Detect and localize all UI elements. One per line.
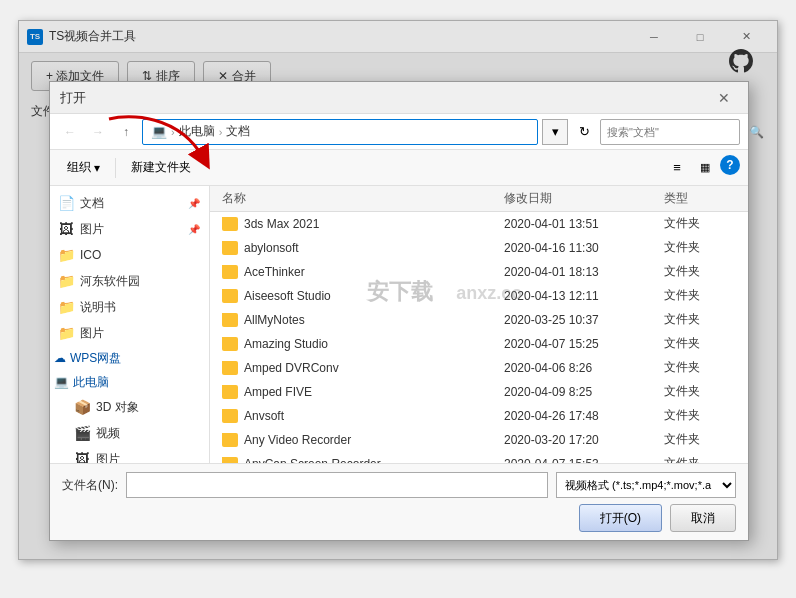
address-bar[interactable]: 💻 › 此电脑 › 文档: [142, 119, 538, 145]
file-name-cell: AllMyNotes: [218, 313, 500, 327]
file-type-cell: 文件夹: [660, 383, 740, 400]
folder-icon: [222, 457, 238, 464]
folder-icon: [222, 217, 238, 231]
table-row[interactable]: AllMyNotes 2020-03-25 10:37 文件夹: [210, 308, 748, 332]
address-dropdown-button[interactable]: ▾: [542, 119, 568, 145]
dialog-actions: 打开(O) 取消: [62, 504, 736, 532]
dialog-close-button[interactable]: ✕: [710, 85, 738, 111]
file-type-cell: 文件夹: [660, 407, 740, 424]
search-box[interactable]: 🔍: [600, 119, 740, 145]
organize-button[interactable]: 组织 ▾: [58, 155, 109, 181]
sidebar-wps-header: ☁ WPS网盘: [50, 346, 209, 370]
folder-icon: [222, 385, 238, 399]
sidebar-item-pics2[interactable]: 📁 图片: [50, 320, 209, 346]
file-type-cell: 文件夹: [660, 263, 740, 280]
address-part1: 此电脑: [179, 123, 215, 140]
table-row[interactable]: Amped DVRConv 2020-04-06 8:26 文件夹: [210, 356, 748, 380]
dialog-toolbar: 组织 ▾ 新建文件夹 ≡ ▦ ?: [50, 150, 748, 186]
folder-icon: [222, 409, 238, 423]
hedong-icon: 📁: [58, 273, 74, 289]
table-row[interactable]: Anvsoft 2020-04-26 17:48 文件夹: [210, 404, 748, 428]
new-folder-button[interactable]: 新建文件夹: [122, 155, 200, 181]
img-icon: 🖼: [74, 451, 90, 463]
up-button[interactable]: ↑: [114, 120, 138, 144]
pics2-icon: 📁: [58, 325, 74, 341]
file-modified-cell: 2020-04-07 15:25: [500, 337, 660, 351]
filename-row: 文件名(N): 视频格式 (*.ts;*.mp4;*.mov;*.a: [62, 472, 736, 498]
forward-button[interactable]: →: [86, 120, 110, 144]
folder-icon: [222, 433, 238, 447]
help-button[interactable]: ?: [720, 155, 740, 175]
sidebar-item-documents[interactable]: 📄 文档 📌: [50, 190, 209, 216]
dialog-content: 📄 文档 📌 🖼 图片 📌 📁 ICO 📁 河东软件园: [50, 186, 748, 463]
sidebar-item-hedong[interactable]: 📁 河东软件园: [50, 268, 209, 294]
dialog-sidebar: 📄 文档 📌 🖼 图片 📌 📁 ICO 📁 河东软件园: [50, 186, 210, 463]
search-icon: 🔍: [749, 125, 764, 139]
open-button[interactable]: 打开(O): [579, 504, 662, 532]
file-modified-cell: 2020-04-01 13:51: [500, 217, 660, 231]
file-modified-cell: 2020-04-06 8:26: [500, 361, 660, 375]
file-modified-cell: 2020-04-13 12:11: [500, 289, 660, 303]
table-row[interactable]: 3ds Max 2021 2020-04-01 13:51 文件夹: [210, 212, 748, 236]
filename-input[interactable]: [126, 472, 548, 498]
col-name[interactable]: 名称: [218, 190, 500, 207]
table-row[interactable]: Any Video Recorder 2020-03-20 17:20 文件夹: [210, 428, 748, 452]
file-name-cell: AceThinker: [218, 265, 500, 279]
back-button[interactable]: ←: [58, 120, 82, 144]
col-type[interactable]: 类型: [660, 190, 740, 207]
table-row[interactable]: AceThinker 2020-04-01 18:13 文件夹: [210, 260, 748, 284]
detail-view-button[interactable]: ≡: [664, 155, 690, 181]
file-modified-cell: 2020-04-01 18:13: [500, 265, 660, 279]
wps-icon: ☁: [54, 351, 66, 365]
file-type-cell: 文件夹: [660, 359, 740, 376]
file-rows-container: 3ds Max 2021 2020-04-01 13:51 文件夹 abylon…: [210, 212, 748, 463]
3d-icon: 📦: [74, 399, 90, 415]
refresh-button[interactable]: ↻: [572, 120, 596, 144]
file-modified-cell: 2020-04-26 17:48: [500, 409, 660, 423]
col-modified[interactable]: 修改日期: [500, 190, 660, 207]
sidebar-item-manual[interactable]: 📁 说明书: [50, 294, 209, 320]
folder-icon: [222, 265, 238, 279]
file-name-cell: Amazing Studio: [218, 337, 500, 351]
filename-label: 文件名(N):: [62, 477, 118, 494]
sidebar-item-img[interactable]: 🖼 图片: [50, 446, 209, 463]
dialog-bottom: 文件名(N): 视频格式 (*.ts;*.mp4;*.mov;*.a 打开(O)…: [50, 463, 748, 540]
cancel-button[interactable]: 取消: [670, 504, 736, 532]
sidebar-item-video[interactable]: 🎬 视频: [50, 420, 209, 446]
video-icon: 🎬: [74, 425, 90, 441]
table-row[interactable]: Aiseesoft Studio 2020-04-13 12:11 文件夹: [210, 284, 748, 308]
toolbar-separator: [115, 158, 116, 178]
open-dialog: 打开 ✕ ← → ↑ 💻 › 此电脑 › 文档 ▾ ↻ 🔍: [49, 81, 749, 541]
file-name-cell: Amped DVRConv: [218, 361, 500, 375]
file-name-cell: Anvsoft: [218, 409, 500, 423]
file-type-cell: 文件夹: [660, 239, 740, 256]
table-row[interactable]: Amped FIVE 2020-04-09 8:25 文件夹: [210, 380, 748, 404]
sidebar-item-ico[interactable]: 📁 ICO: [50, 242, 209, 268]
pc-icon: 💻: [54, 375, 69, 389]
table-row[interactable]: AnyCap Screen Recorder 2020-04-07 15:53 …: [210, 452, 748, 463]
table-row[interactable]: Amazing Studio 2020-04-07 15:25 文件夹: [210, 332, 748, 356]
dialog-title: 打开: [60, 89, 710, 107]
file-modified-cell: 2020-03-20 17:20: [500, 433, 660, 447]
dialog-filelist[interactable]: 名称 修改日期 类型 3ds Max 2021 2020-04-01 13:51…: [210, 186, 748, 463]
sidebar-item-3d[interactable]: 📦 3D 对象: [50, 394, 209, 420]
folder-icon: [222, 241, 238, 255]
dialog-titlebar: 打开 ✕: [50, 82, 748, 114]
grid-view-button[interactable]: ▦: [692, 155, 718, 181]
file-modified-cell: 2020-04-09 8:25: [500, 385, 660, 399]
table-row[interactable]: abylonsoft 2020-04-16 11:30 文件夹: [210, 236, 748, 260]
file-modified-cell: 2020-03-25 10:37: [500, 313, 660, 327]
dialog-addressbar: ← → ↑ 💻 › 此电脑 › 文档 ▾ ↻ 🔍: [50, 114, 748, 150]
filetype-select[interactable]: 视频格式 (*.ts;*.mp4;*.mov;*.a: [556, 472, 736, 498]
pin-icon: 📌: [187, 196, 201, 210]
file-name-cell: abylonsoft: [218, 241, 500, 255]
search-input[interactable]: [607, 126, 745, 138]
view-buttons: ≡ ▦ ?: [664, 155, 740, 181]
folder-icon: [222, 289, 238, 303]
manual-icon: 📁: [58, 299, 74, 315]
file-type-cell: 文件夹: [660, 311, 740, 328]
sidebar-item-pictures[interactable]: 🖼 图片 📌: [50, 216, 209, 242]
documents-icon: 📄: [58, 195, 74, 211]
app-window: TS TS视频合并工具 ─ □ ✕ + 添加文件 ⇅ 排序 ✕ 合并 文件列表 …: [18, 20, 778, 560]
file-type-cell: 文件夹: [660, 431, 740, 448]
